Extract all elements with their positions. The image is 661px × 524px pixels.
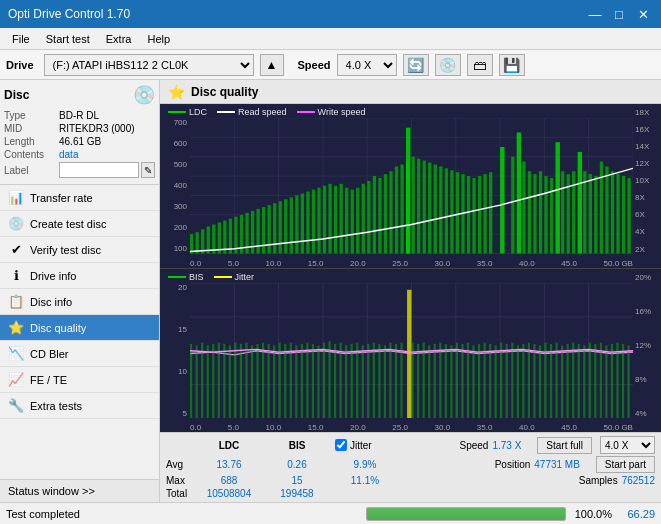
max-bis-col: 15 bbox=[267, 475, 327, 486]
svg-rect-54 bbox=[389, 171, 392, 253]
transfer-rate-icon: 📊 bbox=[8, 190, 24, 205]
svg-rect-128 bbox=[284, 343, 286, 418]
status-window-button[interactable]: Status window >> bbox=[0, 479, 159, 502]
start-full-button[interactable]: Start full bbox=[537, 437, 592, 454]
refresh-button[interactable]: 🔄 bbox=[403, 54, 429, 76]
svg-rect-129 bbox=[290, 342, 292, 418]
drive-select[interactable]: (F:) ATAPI iHBS112 2 CL0K bbox=[44, 54, 254, 76]
svg-rect-156 bbox=[439, 342, 441, 418]
x2-label-50: 50.0 GB bbox=[604, 423, 633, 432]
ldc-header-col: LDC bbox=[199, 440, 259, 451]
save-image-button[interactable]: 🗃 bbox=[467, 54, 493, 76]
svg-rect-153 bbox=[423, 342, 425, 418]
close-button[interactable]: ✕ bbox=[633, 5, 653, 23]
legend-ldc: LDC bbox=[168, 107, 207, 117]
menu-item-file[interactable]: File bbox=[4, 31, 38, 47]
x-label-20: 20.0 bbox=[350, 259, 366, 268]
chart-speed-select[interactable]: 4.0 X Max bbox=[600, 436, 655, 454]
stats-avg-row: Avg 13.76 0.26 9.9% Position 47731 MB bbox=[166, 456, 655, 473]
svg-rect-146 bbox=[384, 345, 386, 418]
sidebar-item-create-test-disc[interactable]: 💿 Create test disc bbox=[0, 211, 159, 237]
svg-rect-186 bbox=[605, 345, 607, 418]
y-left-100: 100 bbox=[160, 244, 190, 253]
sidebar-item-transfer-rate[interactable]: 📊 Transfer rate bbox=[0, 185, 159, 211]
drive-label: Drive bbox=[6, 59, 34, 71]
label-edit-button[interactable]: ✎ bbox=[141, 162, 155, 178]
svg-rect-123 bbox=[256, 343, 258, 418]
y-right-2x: 2X bbox=[633, 245, 661, 254]
svg-rect-134 bbox=[317, 345, 319, 418]
y-right-12x: 12X bbox=[633, 159, 661, 168]
svg-rect-31 bbox=[262, 207, 265, 253]
y-right-10x: 10X bbox=[633, 176, 661, 185]
svg-rect-117 bbox=[223, 343, 225, 418]
svg-rect-81 bbox=[544, 176, 547, 253]
legend-jitter: Jitter bbox=[214, 272, 255, 282]
sidebar-item-cd-bler[interactable]: 📉 CD Bler bbox=[0, 341, 159, 367]
type-value: BD-R DL bbox=[59, 110, 99, 121]
maximize-button[interactable]: □ bbox=[609, 5, 629, 23]
svg-rect-167 bbox=[500, 342, 502, 418]
progress-bar-container bbox=[366, 507, 566, 521]
svg-rect-71 bbox=[478, 176, 481, 253]
disc-icon: 💿 bbox=[133, 84, 155, 106]
svg-rect-75 bbox=[511, 157, 514, 254]
status-bar: Test completed 100.0% 66.29 bbox=[0, 502, 661, 524]
sidebar-item-disc-quality[interactable]: ⭐ Disc quality bbox=[0, 315, 159, 341]
x2-label-35: 35.0 bbox=[477, 423, 493, 432]
bottom-chart-svg bbox=[190, 283, 633, 419]
drive-info-icon: ℹ bbox=[8, 268, 24, 283]
sidebar-item-disc-quality-label: Disc quality bbox=[30, 322, 86, 334]
jitter-checkbox[interactable] bbox=[335, 439, 347, 451]
svg-rect-158 bbox=[450, 345, 452, 418]
max-ldc-col: 688 bbox=[199, 475, 259, 486]
menu-item-start-test[interactable]: Start test bbox=[38, 31, 98, 47]
start-part-button[interactable]: Start part bbox=[596, 456, 655, 473]
svg-rect-62 bbox=[428, 163, 431, 254]
sidebar-item-fe-te[interactable]: 📈 FE / TE bbox=[0, 367, 159, 393]
label-label: Label bbox=[4, 165, 59, 176]
svg-rect-184 bbox=[594, 343, 596, 418]
chart-panel: ⭐ Disc quality LDC Read speed bbox=[160, 80, 661, 502]
svg-rect-66 bbox=[450, 170, 453, 253]
disc-quality-icon: ⭐ bbox=[8, 320, 24, 335]
sidebar-item-drive-info[interactable]: ℹ Drive info bbox=[0, 263, 159, 289]
save-button[interactable]: 💾 bbox=[499, 54, 525, 76]
svg-rect-61 bbox=[423, 161, 426, 254]
minimize-button[interactable]: — bbox=[585, 5, 605, 23]
svg-rect-114 bbox=[207, 345, 209, 418]
svg-rect-72 bbox=[483, 174, 486, 253]
x2-label-0: 0.0 bbox=[190, 423, 201, 432]
menu-item-extra[interactable]: Extra bbox=[98, 31, 140, 47]
svg-rect-155 bbox=[434, 343, 436, 418]
total-row-label: Total bbox=[166, 488, 191, 499]
svg-rect-139 bbox=[345, 345, 347, 418]
sidebar-item-disc-info[interactable]: 📋 Disc info bbox=[0, 289, 159, 315]
svg-rect-112 bbox=[196, 345, 198, 418]
sidebar-item-extra-tests[interactable]: 🔧 Extra tests bbox=[0, 393, 159, 419]
svg-rect-165 bbox=[489, 343, 491, 418]
svg-rect-145 bbox=[378, 343, 380, 418]
sidebar-item-verify-test-disc[interactable]: ✔ Verify test disc bbox=[0, 237, 159, 263]
svg-rect-96 bbox=[627, 178, 630, 253]
svg-rect-37 bbox=[295, 195, 298, 253]
svg-rect-92 bbox=[605, 166, 608, 253]
eject-button[interactable]: ▲ bbox=[260, 54, 284, 76]
status-speed-value: 66.29 bbox=[620, 508, 655, 520]
svg-rect-126 bbox=[273, 345, 275, 418]
speed-select[interactable]: 4.0 X 8.0 X Max bbox=[337, 54, 397, 76]
svg-rect-168 bbox=[506, 343, 508, 418]
svg-rect-176 bbox=[550, 343, 552, 418]
legend-bis: BIS bbox=[168, 272, 204, 282]
main-content: Disc 💿 Type BD-R DL MID RITEKDR3 (000) L… bbox=[0, 80, 661, 502]
sidebar-item-drive-info-label: Drive info bbox=[30, 270, 76, 282]
speed-info-row: Speed 1.73 X bbox=[459, 440, 521, 451]
menu-item-help[interactable]: Help bbox=[139, 31, 178, 47]
label-input[interactable] bbox=[59, 162, 139, 178]
samples-value: 762512 bbox=[622, 475, 655, 486]
svg-rect-182 bbox=[583, 345, 585, 418]
x-label-10: 10.0 bbox=[266, 259, 282, 268]
disc-icon-button[interactable]: 💿 bbox=[435, 54, 461, 76]
svg-rect-181 bbox=[578, 343, 580, 418]
top-chart-x-axis: 0.0 5.0 10.0 15.0 20.0 25.0 30.0 35.0 40… bbox=[190, 259, 633, 268]
